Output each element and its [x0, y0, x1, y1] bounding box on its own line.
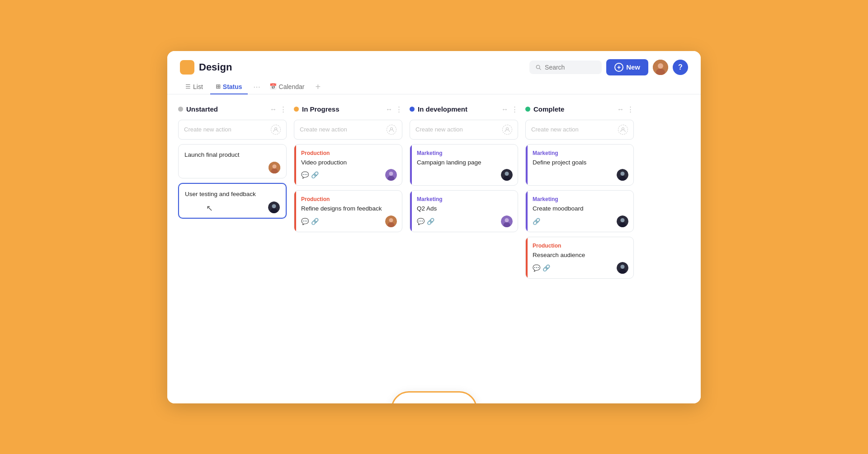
card-research-audience[interactable]: Production Research audience 💬 🔗	[525, 237, 634, 279]
tab-list[interactable]: ☰ List	[180, 80, 208, 94]
moodboard-title: Create moodboard	[533, 205, 628, 213]
in-progress-menu-icon[interactable]: ⋮	[396, 105, 402, 113]
card-user-testing-title: User testing and feedback	[185, 190, 280, 199]
q2-title: Q2 Ads	[417, 205, 513, 213]
research-label-tag: Production	[533, 243, 628, 249]
tabs-bar: ☰ List ⊞ Status ⋯ 📅 Calendar +	[167, 75, 701, 94]
chat-icon-4: 💬	[533, 264, 540, 271]
svg-point-28	[621, 172, 625, 176]
search-bar[interactable]	[529, 61, 602, 74]
svg-point-10	[272, 204, 276, 208]
unstarted-title: Unstarted	[186, 105, 267, 113]
card-video-production[interactable]: Production Video production 💬 🔗	[294, 144, 402, 186]
tab-list-label: List	[193, 83, 203, 90]
complete-create-action[interactable]: Create new action	[525, 120, 634, 140]
svg-point-7	[273, 164, 277, 168]
in-dev-title: In development	[418, 105, 498, 113]
card-video-bar-layout: Production Video production 💬 🔗	[294, 145, 402, 186]
moodboard-card-row: 🔗	[533, 215, 628, 227]
new-button[interactable]: + New	[606, 59, 648, 75]
goals-title: Define project goals	[533, 159, 628, 167]
svg-point-12	[391, 127, 393, 130]
svg-point-14	[389, 172, 393, 176]
svg-point-31	[621, 218, 625, 222]
goals-label-tag: Marketing	[533, 150, 628, 156]
unstarted-create-action[interactable]: Create new action	[178, 120, 287, 140]
column-in-development: In development ↔ ⋮ Create new action	[410, 105, 518, 233]
in-dev-create-label: Create new action	[415, 126, 500, 133]
card-moodboard-inner: Marketing Create moodboard 🔗	[528, 191, 633, 232]
card-launch-final-product[interactable]: Launch final product	[178, 144, 287, 179]
refine-label-tag: Production	[301, 196, 397, 202]
moodboard-label-tag: Marketing	[533, 196, 628, 202]
chat-icon: 💬	[301, 171, 309, 178]
svg-point-26	[622, 127, 624, 130]
app-window: Design + New ?	[167, 51, 701, 403]
attach-icon-4: 🔗	[533, 218, 540, 225]
svg-point-34	[621, 265, 625, 269]
unstarted-dot	[178, 107, 183, 112]
svg-point-21	[505, 172, 509, 176]
card-refine-designs[interactable]: Production Refine designs from feedback …	[294, 190, 402, 232]
card-q2-inner: Marketing Q2 Ads 💬 🔗	[412, 191, 518, 232]
in-progress-dot	[294, 107, 299, 112]
complete-dot	[525, 107, 530, 112]
research-avatar	[617, 262, 628, 274]
in-progress-title: In Progress	[302, 105, 382, 113]
card-create-moodboard[interactable]: Marketing Create moodboard 🔗	[525, 190, 634, 232]
campaign-title: Campaign landing page	[417, 159, 513, 167]
attach-icon-5: 🔗	[542, 264, 550, 271]
tab-calendar[interactable]: 📅 Calendar	[264, 80, 310, 94]
campaign-label-tag: Marketing	[417, 150, 513, 156]
attach-icon-3: 🔗	[427, 218, 434, 225]
hive-badge: Hive	[391, 391, 477, 403]
card-goals-inner: Marketing Define project goals	[528, 145, 633, 186]
card-q2-ads[interactable]: Marketing Q2 Ads 💬 🔗	[410, 190, 518, 232]
card-campaign-landing[interactable]: Marketing Campaign landing page	[410, 144, 518, 186]
attach-icon: 🔗	[311, 171, 319, 178]
in-dev-dot	[410, 107, 415, 112]
video-title: Video production	[301, 159, 397, 167]
header: Design + New ?	[167, 51, 701, 75]
search-icon	[536, 64, 541, 70]
svg-point-3	[658, 63, 663, 69]
card-user-testing[interactable]: User testing and feedback ↖	[178, 183, 287, 219]
in-dev-create-action[interactable]: Create new action	[410, 120, 518, 140]
header-left: Design	[180, 60, 232, 75]
new-button-label: New	[626, 63, 640, 71]
unstarted-arrow-icon[interactable]: ↔	[270, 105, 277, 113]
card-q2-bar-layout: Marketing Q2 Ads 💬 🔗	[410, 191, 518, 232]
board: Unstarted ↔ ⋮ Create new action Launch f…	[167, 94, 701, 403]
unstarted-menu-icon[interactable]: ⋮	[280, 105, 287, 113]
card-launch-avatar	[269, 162, 280, 173]
moodboard-avatar	[617, 215, 628, 227]
in-progress-create-action[interactable]: Create new action	[294, 120, 402, 140]
card-research-bar-layout: Production Research audience 💬 🔗	[526, 237, 633, 278]
tab-status-more-icon[interactable]: ⋯	[251, 81, 262, 93]
card-launch-footer	[184, 162, 280, 173]
complete-arrow-icon[interactable]: ↔	[617, 105, 624, 113]
card-refine-bar-layout: Production Refine designs from feedback …	[294, 191, 402, 232]
in-progress-arrow-icon[interactable]: ↔	[386, 105, 392, 113]
column-header-in-progress: In Progress ↔ ⋮	[294, 105, 402, 113]
campaign-avatar	[501, 169, 513, 181]
card-moodboard-bar-layout: Marketing Create moodboard 🔗	[526, 191, 633, 232]
complete-menu-icon[interactable]: ⋮	[627, 105, 634, 113]
search-input[interactable]	[545, 64, 595, 71]
add-tab-icon[interactable]: +	[313, 80, 322, 94]
video-avatar	[385, 169, 397, 181]
tab-status[interactable]: ⊞ Status	[210, 80, 248, 94]
help-button[interactable]: ?	[673, 60, 688, 75]
goals-avatar	[617, 169, 628, 181]
refine-avatar	[385, 215, 397, 227]
unstarted-assign-icon	[271, 125, 281, 135]
q2-avatar	[501, 215, 513, 227]
chat-icon-3: 💬	[417, 218, 425, 225]
column-in-progress: In Progress ↔ ⋮ Create new action	[294, 105, 402, 233]
in-dev-arrow-icon[interactable]: ↔	[501, 105, 508, 113]
avatar[interactable]	[653, 60, 668, 75]
card-define-goals[interactable]: Marketing Define project goals	[525, 144, 634, 186]
q2-label-tag: Marketing	[417, 196, 513, 202]
q2-card-row: 💬 🔗	[417, 215, 513, 227]
in-dev-menu-icon[interactable]: ⋮	[511, 105, 518, 113]
